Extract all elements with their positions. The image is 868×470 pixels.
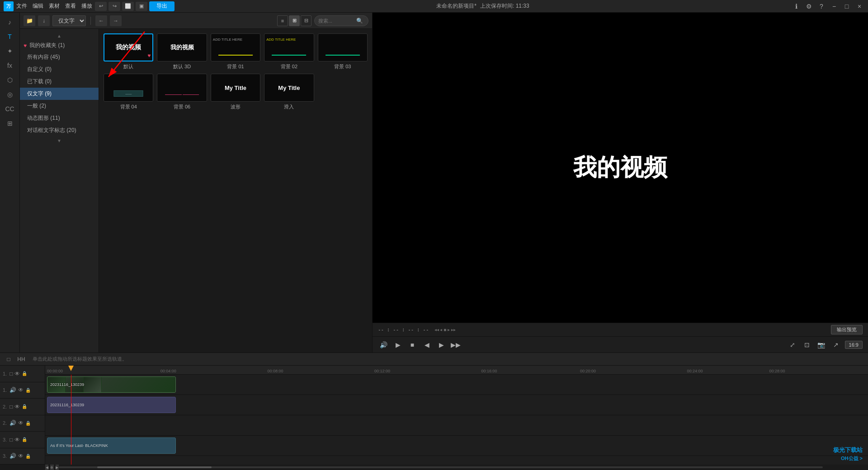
media-item-bg06[interactable]: 背景 06: [157, 74, 207, 110]
eye-icon[interactable]: 👁: [18, 420, 24, 426]
lock-icon[interactable]: 🔒: [22, 371, 27, 376]
menu-edit[interactable]: 编辑: [33, 2, 43, 10]
scroll-right-button[interactable]: ▶: [56, 465, 59, 470]
next-button[interactable]: →: [110, 15, 122, 26]
timeline-scroll-thumb[interactable]: [97, 466, 212, 468]
bg02-text: ADD TITLE HERE: [266, 38, 296, 42]
snapshot-button[interactable]: ⬜: [122, 2, 134, 11]
media-item-wave[interactable]: My Title 波形: [211, 74, 260, 110]
view-large-button[interactable]: ⊟: [301, 15, 311, 26]
timeline-scroll-track[interactable]: [59, 466, 823, 468]
aspect-button[interactable]: 16:9: [845, 341, 863, 349]
maximize-button[interactable]: □: [842, 1, 852, 11]
crop-button[interactable]: ⊡: [802, 339, 812, 350]
sidebar-icon-caption[interactable]: CC: [2, 102, 18, 116]
view-list-button[interactable]: ≡: [277, 15, 288, 26]
scroll-down-arrow[interactable]: ▼: [20, 136, 99, 145]
help-button[interactable]: ?: [816, 1, 826, 11]
sidebar-icon-text[interactable]: T: [2, 30, 18, 43]
redo-button[interactable]: ↪: [108, 2, 120, 11]
import-button[interactable]: ↓: [38, 15, 50, 26]
prev-button[interactable]: ←: [95, 15, 107, 26]
media-thumb-bg06[interactable]: [157, 74, 207, 102]
lock-icon[interactable]: 🔒: [25, 454, 31, 459]
media-thumb-bg04[interactable]: ——: [104, 74, 153, 102]
eye-icon[interactable]: 👁: [18, 387, 24, 393]
clip-2a[interactable]: As If It's Your Last- BLACKPINK: [47, 437, 176, 454]
menu-file[interactable]: 文件: [16, 2, 27, 10]
search-box[interactable]: 🔍: [314, 15, 368, 26]
cat-item-text-only[interactable]: 仅文字 (9): [20, 88, 99, 100]
menu-media[interactable]: 素材: [49, 2, 60, 10]
media-thumb-bg02[interactable]: ADD TITLE HERE: [264, 33, 314, 61]
volume-button[interactable]: 🔊: [378, 339, 389, 350]
eye-icon[interactable]: 👁: [14, 437, 20, 443]
media-thumb-bg01[interactable]: ADD TITLE HERE: [211, 33, 260, 61]
tl-toggle-button[interactable]: □: [4, 355, 14, 364]
tl-zoom-button[interactable]: HH: [16, 355, 26, 364]
lock-icon[interactable]: 🔒: [25, 388, 31, 393]
settings-button[interactable]: ⚙: [804, 1, 814, 11]
lock-icon[interactable]: 🔒: [25, 421, 31, 426]
snapshot-preview-button[interactable]: 📷: [816, 339, 827, 350]
media-thumb-bg03[interactable]: [318, 33, 368, 61]
media-item-3d[interactable]: 我的视频 默认 3D: [157, 33, 207, 70]
cat-item-general[interactable]: 一般 (2): [20, 100, 99, 112]
cat-item-downloaded[interactable]: 已下载 (0): [20, 75, 99, 88]
media-item-slidein[interactable]: My Title 滑入: [264, 74, 314, 110]
sidebar-icon-music[interactable]: ♪: [2, 15, 18, 29]
stop-button[interactable]: ■: [407, 339, 418, 350]
play-button[interactable]: ▶: [392, 339, 403, 350]
media-item-default[interactable]: 我的视频 ♥ 默认: [104, 33, 153, 70]
export-button[interactable]: 导出: [149, 1, 175, 11]
info-button[interactable]: ℹ: [791, 1, 801, 11]
menu-playback[interactable]: 播放: [81, 2, 92, 10]
next-frame-button[interactable]: ▶: [436, 339, 447, 350]
fast-forward-button[interactable]: ▶▶: [450, 339, 461, 350]
eye-icon[interactable]: 👁: [14, 371, 20, 377]
menu-view[interactable]: 查看: [65, 2, 76, 10]
minimize-button[interactable]: −: [829, 1, 839, 11]
media-item-bg04[interactable]: —— 背景 04: [104, 74, 153, 110]
media-thumb-default[interactable]: 我的视频 ♥: [104, 33, 153, 61]
prev-frame-button[interactable]: ◀: [421, 339, 432, 350]
media-item-bg03[interactable]: 背景 03: [318, 33, 368, 70]
fullscreen-button[interactable]: ⤢: [787, 339, 798, 350]
media-thumb-3d[interactable]: 我的视频: [157, 33, 207, 61]
undo-button[interactable]: ↩: [95, 2, 107, 11]
cat-item-dialog[interactable]: 对话框文字标志 (20): [20, 124, 99, 136]
export-preview-button[interactable]: 输出预览: [831, 325, 863, 334]
view-medium-button[interactable]: ⊞: [289, 15, 300, 26]
sidebar-icon-effects[interactable]: fx: [2, 59, 18, 72]
cat-item-motion[interactable]: 动态图形 (11): [20, 112, 99, 124]
timeline-scrollbar: ◀ ⊕ ▶: [0, 465, 868, 470]
media-item-bg01[interactable]: ADD TITLE HERE 背景 01: [211, 33, 260, 70]
filter-dropdown[interactable]: 仅文字: [52, 15, 86, 26]
sidebar-icon-filter[interactable]: ◎: [2, 88, 18, 101]
folder-button[interactable]: 📁: [24, 15, 35, 26]
lock-icon[interactable]: 🔒: [22, 437, 27, 442]
clip-1v[interactable]: 20231116_130239: [47, 376, 176, 393]
scroll-up-arrow[interactable]: ▲: [20, 32, 99, 40]
screen-button[interactable]: ▣: [136, 2, 147, 11]
sidebar-icon-grid[interactable]: ⊞: [2, 117, 18, 130]
media-thumb-wave[interactable]: My Title: [211, 74, 260, 102]
cat-item-all[interactable]: 所有内容 (45): [20, 51, 99, 63]
media-thumb-slidein[interactable]: My Title: [264, 74, 314, 102]
eye-icon[interactable]: 👁: [14, 404, 20, 410]
scroll-zoom-button[interactable]: ⊕: [50, 465, 53, 470]
cat-item-custom[interactable]: 自定义 (0): [20, 63, 99, 75]
lock-icon[interactable]: 🔒: [22, 404, 27, 409]
clip-1a[interactable]: 20231116_130239: [47, 397, 176, 413]
close-button[interactable]: ×: [854, 1, 864, 11]
search-input[interactable]: [318, 18, 354, 24]
scroll-left-button[interactable]: ◀: [45, 465, 48, 470]
cat-label: 一般 (2): [27, 102, 46, 110]
track-num: 3.: [3, 453, 7, 459]
eye-icon[interactable]: 👁: [18, 453, 24, 459]
sidebar-icon-transition[interactable]: ⬡: [2, 73, 18, 87]
share-button[interactable]: ↗: [830, 339, 841, 350]
timeline-content[interactable]: 00:00:00 00:04:00 00:08:00 00:12:00 00:1…: [45, 366, 868, 465]
media-item-bg02[interactable]: ADD TITLE HERE 背景 02: [264, 33, 314, 70]
sidebar-icon-sticker[interactable]: ✦: [2, 44, 18, 58]
